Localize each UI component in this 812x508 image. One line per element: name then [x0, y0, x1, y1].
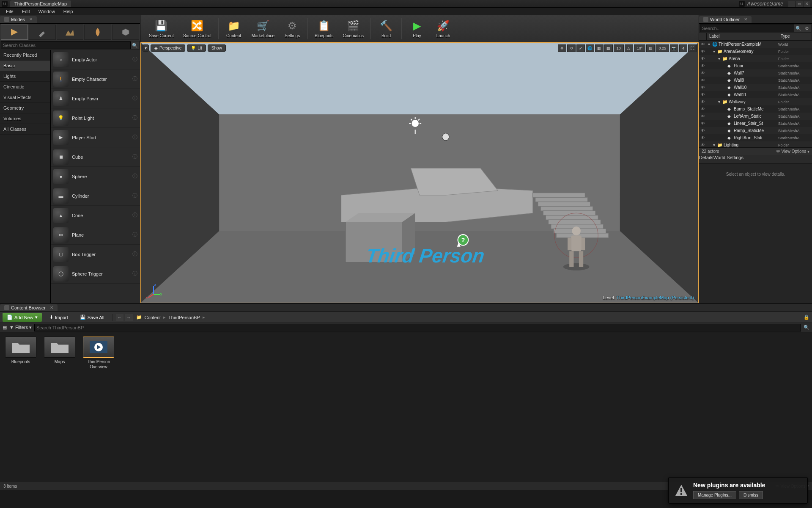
viewport-show-button[interactable]: Show	[208, 44, 226, 52]
transform-rotate-button[interactable]: ⟲	[567, 44, 576, 52]
outliner-row[interactable]: 👁▾🌐ThirdPersonExampleMWorld	[699, 41, 812, 48]
scale-snap-value[interactable]: 0.25	[656, 44, 669, 52]
visibility-icon[interactable]: 👁	[699, 71, 707, 75]
expand-icon[interactable]: ▾	[712, 143, 716, 147]
angle-snap-button[interactable]: △	[625, 44, 633, 52]
breadcrumb-thirdpersonbp[interactable]: ThirdPersonBP	[168, 315, 200, 320]
outliner-row[interactable]: 👁◆FloorStaticMeshA	[699, 62, 812, 69]
level-link[interactable]: ThirdPersonExampleMap (Persistent)	[617, 295, 694, 300]
viewport-perspective-button[interactable]: ◈ Perspective	[151, 44, 185, 52]
search-icon[interactable]: 🔍	[794, 25, 803, 32]
search-classes-input[interactable]	[1, 41, 131, 49]
outliner-view-options[interactable]: 👁 View Options ▾	[776, 149, 809, 154]
expand-icon[interactable]: ▾	[712, 49, 716, 54]
outliner-row[interactable]: 👁▾📁LightingFolder	[699, 141, 812, 147]
viewport[interactable]: ? Third Person	[140, 42, 699, 303]
toolbar-build-button[interactable]: 🔨Build	[373, 17, 399, 40]
visibility-icon[interactable]: 👁	[699, 99, 707, 104]
place-item[interactable]: ●Sphereⓘ	[51, 167, 140, 186]
outliner-row[interactable]: 👁◆Wall7StaticMeshA	[699, 69, 812, 77]
toolbar-content-button[interactable]: 📁Content	[221, 17, 247, 40]
place-item[interactable]: ▭Planeⓘ	[51, 225, 140, 245]
toolbar-settings-button[interactable]: ⚙Settings	[280, 17, 305, 40]
place-item[interactable]: ▬Cylinderⓘ	[51, 186, 140, 206]
expand-icon[interactable]: ▾	[717, 56, 721, 61]
content-browser-tab[interactable]: Content Browser ✕	[0, 304, 58, 311]
surface-snap-button[interactable]: ▦	[595, 44, 604, 52]
search-icon[interactable]: 🔍	[131, 41, 139, 49]
transform-move-button[interactable]: ✥	[558, 44, 566, 52]
outliner-row[interactable]: 👁◆Wall9StaticMeshA	[699, 77, 812, 84]
import-button[interactable]: ⬇ Import	[45, 313, 72, 322]
dismiss-button[interactable]: Dismiss	[739, 491, 763, 499]
viewport-lit-button[interactable]: 💡 Lit	[187, 44, 206, 52]
modes-tab[interactable]: Modes ✕	[0, 16, 37, 23]
category-lights[interactable]: Lights	[0, 71, 50, 82]
place-item[interactable]: ◼Cubeⓘ	[51, 147, 140, 167]
manage-plugins-button[interactable]: Manage Plugins...	[693, 491, 736, 499]
visibility-icon[interactable]: 👁	[699, 85, 707, 90]
visibility-icon[interactable]: 👁	[699, 49, 707, 54]
place-item[interactable]: ▲Coneⓘ	[51, 206, 140, 225]
place-mode-button[interactable]	[1, 25, 28, 40]
save-all-button[interactable]: 💾 Save All	[76, 313, 109, 322]
toolbar-source-button[interactable]: 🔀Source Control	[179, 17, 216, 40]
outliner-row[interactable]: 👁◆Wall11StaticMeshA	[699, 91, 812, 98]
toolbar-launch-button[interactable]: 🚀Launch	[431, 17, 456, 40]
menu-window[interactable]: Window	[34, 8, 59, 15]
place-item[interactable]: ○Empty Actorⓘ	[51, 50, 140, 69]
foliage-mode-button[interactable]	[84, 25, 111, 40]
camera-speed-button[interactable]: 📷	[670, 44, 678, 52]
close-button[interactable]: ✕	[804, 1, 810, 7]
outliner-row[interactable]: 👁◆Wall10StaticMeshA	[699, 84, 812, 91]
outliner-row[interactable]: 👁◆LeftArm_StaticStaticMeshA	[699, 113, 812, 120]
viewport-options-button[interactable]: ▾	[143, 44, 149, 52]
details-tab[interactable]: Details	[699, 155, 713, 163]
menu-help[interactable]: Help	[59, 8, 77, 15]
category-visual-effects[interactable]: Visual Effects	[0, 92, 50, 103]
menu-edit[interactable]: Edit	[18, 8, 34, 15]
close-icon[interactable]: ✕	[29, 17, 33, 22]
expand-icon[interactable]: ▾	[707, 42, 711, 47]
toolbar-save-button[interactable]: 💾Save Current	[145, 17, 178, 40]
nav-forward-button[interactable]: →	[125, 314, 133, 321]
toolbar-cine-button[interactable]: 🎬Cinematics	[339, 17, 368, 40]
minimize-button[interactable]: ─	[788, 1, 795, 7]
nav-back-button[interactable]: ←	[116, 314, 123, 321]
breadcrumb-content[interactable]: Content	[145, 315, 161, 320]
visibility-icon[interactable]: 👁	[699, 128, 707, 133]
sources-toggle-button[interactable]: ▤	[3, 325, 7, 330]
category-basic[interactable]: Basic	[0, 61, 50, 71]
category-volumes[interactable]: Volumes	[0, 113, 50, 124]
maximize-button[interactable]: ▭	[796, 1, 803, 7]
title-tab[interactable]: ThirdPersonExampleMap	[10, 0, 71, 7]
camera-speed-value[interactable]: 4	[679, 44, 687, 52]
outliner-row[interactable]: 👁◆Bump_StaticMeStaticMeshA	[699, 105, 812, 113]
visibility-icon[interactable]: 👁	[699, 64, 707, 68]
landscape-mode-button[interactable]	[57, 25, 84, 40]
grid-snap-button[interactable]: ▦	[604, 44, 613, 52]
outliner-row[interactable]: 👁◆Ramp_StaticMeStaticMeshA	[699, 127, 812, 134]
category-cinematic[interactable]: Cinematic	[0, 82, 50, 92]
asset-item[interactable]: Maps	[43, 337, 76, 478]
close-icon[interactable]: ✕	[50, 305, 53, 310]
category-geometry[interactable]: Geometry	[0, 103, 50, 113]
visibility-icon[interactable]: 👁	[699, 78, 707, 83]
menu-file[interactable]: File	[2, 8, 18, 15]
outliner-row[interactable]: 👁▾📁WalkwayFolder	[699, 98, 812, 105]
visibility-icon[interactable]: 👁	[699, 114, 707, 119]
outliner-row[interactable]: 👁◆RightArm_StatiStaticMeshA	[699, 134, 812, 141]
outliner-row[interactable]: 👁▾📁ArenaFolder	[699, 55, 812, 62]
expand-icon[interactable]: ▾	[717, 99, 721, 104]
geometry-mode-button[interactable]	[112, 25, 139, 40]
asset-item[interactable]: Blueprints	[4, 337, 37, 478]
asset-item[interactable]: ThirdPerson Overview	[82, 337, 115, 478]
visibility-icon[interactable]: 👁	[699, 56, 707, 61]
category-recently-placed[interactable]: Recently Placed	[0, 50, 50, 61]
add-new-button[interactable]: 📄 Add New ▾	[3, 313, 42, 322]
place-item[interactable]: ▢Box Triggerⓘ	[51, 245, 140, 264]
toolbar-market-button[interactable]: 🛒Marketplace	[247, 17, 279, 40]
scale-snap-button[interactable]: ▨	[646, 44, 655, 52]
outliner-options-button[interactable]: ⚙	[803, 25, 811, 32]
close-icon[interactable]: ✕	[744, 17, 747, 22]
